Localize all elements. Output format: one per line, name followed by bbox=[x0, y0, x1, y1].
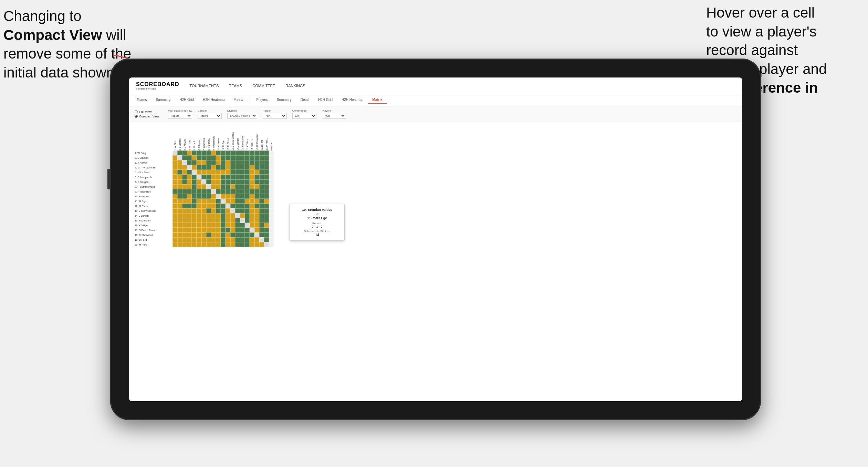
matrix-cell[interactable] bbox=[211, 175, 216, 179]
matrix-cell[interactable] bbox=[192, 175, 197, 179]
matrix-cell[interactable] bbox=[254, 242, 259, 247]
matrix-cell[interactable] bbox=[259, 199, 264, 204]
matrix-cell[interactable] bbox=[177, 218, 182, 223]
matrix-cell[interactable] bbox=[235, 165, 240, 170]
matrix-cell[interactable] bbox=[245, 155, 250, 160]
matrix-cell[interactable] bbox=[245, 208, 250, 213]
tab-teams[interactable]: Teams bbox=[133, 96, 151, 104]
matrix-cell[interactable] bbox=[182, 213, 187, 218]
matrix-cell[interactable] bbox=[269, 232, 274, 237]
matrix-cell[interactable] bbox=[230, 199, 235, 204]
matrix-cell[interactable] bbox=[235, 208, 240, 213]
tab-matrix-active[interactable]: Matrix bbox=[368, 96, 386, 104]
matrix-cell[interactable] bbox=[187, 189, 192, 194]
matrix-cell[interactable] bbox=[264, 151, 269, 155]
matrix-cell[interactable] bbox=[197, 223, 201, 228]
matrix-cell[interactable] bbox=[221, 175, 226, 179]
matrix-cell[interactable] bbox=[269, 194, 274, 199]
full-view-option[interactable]: Full View bbox=[135, 110, 159, 114]
matrix-cell[interactable] bbox=[254, 232, 259, 237]
matrix-cell[interactable] bbox=[216, 232, 221, 237]
matrix-cell[interactable] bbox=[216, 194, 221, 199]
matrix-cell[interactable] bbox=[235, 151, 240, 155]
matrix-cell[interactable] bbox=[259, 184, 264, 189]
matrix-cell[interactable] bbox=[254, 160, 259, 165]
matrix-cell[interactable] bbox=[177, 237, 182, 242]
matrix-cell[interactable] bbox=[269, 199, 274, 204]
matrix-cell[interactable] bbox=[259, 194, 264, 199]
matrix-cell[interactable] bbox=[240, 175, 245, 179]
matrix-cell[interactable] bbox=[197, 218, 201, 223]
matrix-cell[interactable] bbox=[226, 179, 230, 184]
matrix-cell[interactable] bbox=[172, 208, 177, 213]
matrix-cell[interactable] bbox=[201, 170, 206, 175]
matrix-cell[interactable] bbox=[240, 151, 245, 155]
matrix-cell[interactable] bbox=[197, 175, 201, 179]
matrix-cell[interactable] bbox=[211, 194, 216, 199]
matrix-cell[interactable] bbox=[172, 228, 177, 232]
matrix-cell[interactable] bbox=[172, 179, 177, 184]
matrix-cell[interactable] bbox=[187, 242, 192, 247]
matrix-cell[interactable] bbox=[221, 208, 226, 213]
matrix-cell[interactable] bbox=[259, 213, 264, 218]
matrix-cell[interactable] bbox=[182, 242, 187, 247]
matrix-cell[interactable] bbox=[172, 155, 177, 160]
matrix-cell[interactable] bbox=[182, 189, 187, 194]
matrix-cell[interactable] bbox=[216, 155, 221, 160]
matrix-cell[interactable] bbox=[206, 232, 211, 237]
division-select[interactable]: NCAA Division I bbox=[227, 113, 257, 119]
matrix-cell[interactable] bbox=[240, 170, 245, 175]
matrix-cell[interactable] bbox=[201, 194, 206, 199]
matrix-cell[interactable] bbox=[240, 179, 245, 184]
matrix-cell[interactable] bbox=[269, 189, 274, 194]
matrix-cell[interactable] bbox=[235, 175, 240, 179]
matrix-cell[interactable] bbox=[245, 151, 250, 155]
matrix-cell[interactable] bbox=[206, 170, 211, 175]
matrix-container[interactable]: 1. W Ding 2. L Clanton 3. J Koivun 4. M … bbox=[129, 122, 742, 401]
matrix-cell[interactable] bbox=[226, 189, 230, 194]
matrix-cell[interactable] bbox=[221, 232, 226, 237]
matrix-cell[interactable] bbox=[259, 232, 264, 237]
matrix-cell[interactable] bbox=[250, 223, 254, 228]
matrix-cell[interactable] bbox=[235, 199, 240, 204]
matrix-cell[interactable] bbox=[269, 237, 274, 242]
matrix-cell[interactable] bbox=[177, 189, 182, 194]
matrix-cell[interactable] bbox=[221, 151, 226, 155]
matrix-cell[interactable] bbox=[177, 155, 182, 160]
matrix-cell[interactable] bbox=[201, 155, 206, 160]
matrix-cell[interactable] bbox=[177, 208, 182, 213]
players-select[interactable]: (All) bbox=[322, 113, 346, 119]
matrix-cell[interactable] bbox=[240, 228, 245, 232]
matrix-cell[interactable] bbox=[230, 223, 235, 228]
matrix-cell[interactable] bbox=[259, 228, 264, 232]
matrix-cell[interactable] bbox=[250, 228, 254, 232]
matrix-cell[interactable] bbox=[172, 165, 177, 170]
matrix-cell[interactable] bbox=[216, 160, 221, 165]
matrix-cell[interactable] bbox=[172, 189, 177, 194]
matrix-cell[interactable] bbox=[216, 213, 221, 218]
matrix-cell[interactable] bbox=[201, 242, 206, 247]
matrix-cell[interactable] bbox=[240, 194, 245, 199]
matrix-cell[interactable] bbox=[240, 189, 245, 194]
matrix-cell[interactable] bbox=[245, 228, 250, 232]
matrix-cell[interactable] bbox=[182, 218, 187, 223]
matrix-cell[interactable] bbox=[216, 237, 221, 242]
matrix-cell[interactable] bbox=[221, 194, 226, 199]
matrix-cell[interactable] bbox=[172, 223, 177, 228]
matrix-cell[interactable] bbox=[230, 213, 235, 218]
matrix-cell[interactable] bbox=[187, 160, 192, 165]
matrix-cell[interactable] bbox=[216, 204, 221, 208]
matrix-cell[interactable] bbox=[172, 232, 177, 237]
matrix-cell[interactable] bbox=[211, 218, 216, 223]
matrix-cell[interactable] bbox=[226, 218, 230, 223]
matrix-cell[interactable] bbox=[226, 228, 230, 232]
matrix-cell[interactable] bbox=[201, 204, 206, 208]
matrix-cell[interactable] bbox=[245, 223, 250, 228]
matrix-cell[interactable] bbox=[172, 170, 177, 175]
matrix-cell[interactable] bbox=[259, 160, 264, 165]
matrix-cell[interactable] bbox=[201, 223, 206, 228]
nav-teams[interactable]: TEAMS bbox=[229, 82, 242, 89]
matrix-cell[interactable] bbox=[201, 237, 206, 242]
matrix-cell[interactable] bbox=[211, 213, 216, 218]
matrix-cell[interactable] bbox=[187, 199, 192, 204]
